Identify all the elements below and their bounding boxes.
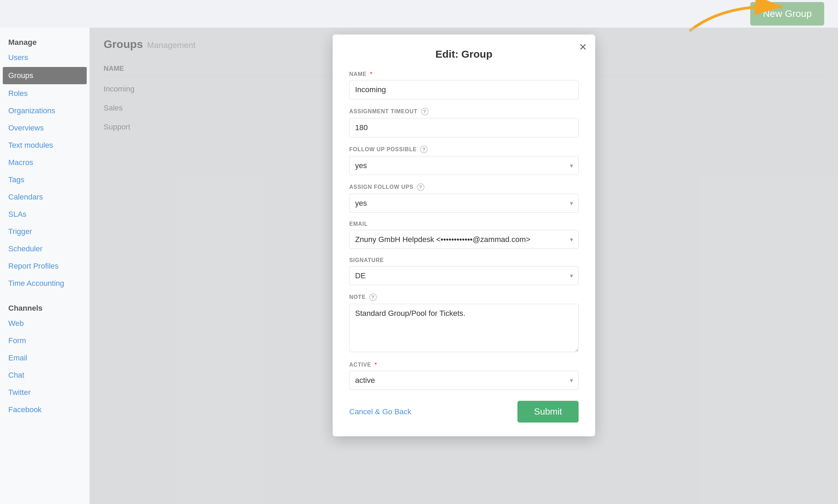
sidebar-item-macros[interactable]: Macros [0,154,89,171]
sidebar-item-time-accounting[interactable]: Time Accounting [0,275,89,292]
sidebar-item-organizations[interactable]: Organizations [0,102,89,119]
name-field-group: NAME * [349,71,579,99]
cancel-go-back-button[interactable]: Cancel & Go Back [349,407,411,416]
content-area: Groups Management NAME Incoming Sales Su… [90,28,838,504]
new-group-button[interactable]: New Group [750,2,824,26]
modal-title: Edit: Group [349,48,579,60]
follow-up-possible-select-wrapper: yes no ▾ [349,156,579,175]
sidebar-item-overviews[interactable]: Overviews [0,119,89,137]
active-select[interactable]: active inactive [349,371,579,390]
sidebar: Manage Users Groups Roles Organizations … [0,28,90,504]
sidebar-item-form[interactable]: Form [0,332,89,349]
email-label: EMAIL [349,221,579,227]
note-textarea[interactable]: Standard Group/Pool for Tickets. [349,304,579,352]
note-label: NOTE ? [349,293,579,301]
email-select-wrapper: Znuny GmbH Helpdesk <••••••••••••@zammad… [349,230,579,249]
follow-up-possible-help-icon[interactable]: ? [420,146,428,153]
modal-overlay: ✕ Edit: Group NAME * ASSIGNMENT TIMEOUT … [90,28,838,504]
sidebar-item-slas[interactable]: SLAs [0,206,89,223]
modal-close-button[interactable]: ✕ [579,41,587,53]
name-input[interactable] [349,80,579,99]
submit-button[interactable]: Submit [517,401,579,423]
email-field-group: EMAIL Znuny GmbH Helpdesk <••••••••••••@… [349,221,579,249]
follow-up-possible-select[interactable]: yes no [349,156,579,175]
main-layout: Manage Users Groups Roles Organizations … [0,28,838,504]
follow-up-possible-label: FOLLOW UP POSSIBLE ? [349,146,579,153]
assign-follow-ups-help-icon[interactable]: ? [417,183,425,191]
edit-group-modal: ✕ Edit: Group NAME * ASSIGNMENT TIMEOUT … [333,35,595,436]
sidebar-item-report-profiles[interactable]: Report Profiles [0,258,89,275]
top-bar: New Group [0,0,838,28]
sidebar-item-text-modules[interactable]: Text modules [0,137,89,154]
assign-follow-ups-field-group: ASSIGN FOLLOW UPS ? yes no ▾ [349,183,579,213]
note-help-icon[interactable]: ? [369,293,377,301]
sidebar-item-email[interactable]: Email [0,349,89,367]
sidebar-item-groups[interactable]: Groups [3,67,87,84]
sidebar-item-facebook[interactable]: Facebook [0,401,89,418]
active-label: ACTIVE * [349,362,579,368]
sidebar-item-users[interactable]: Users [0,49,89,66]
active-field-group: ACTIVE * active inactive ▾ [349,362,579,390]
assign-follow-ups-label: ASSIGN FOLLOW UPS ? [349,183,579,191]
sidebar-item-calendars[interactable]: Calendars [0,188,89,206]
assignment-timeout-label: ASSIGNMENT TIMEOUT ? [349,108,579,115]
assignment-timeout-input[interactable] [349,118,579,137]
assignment-timeout-field-group: ASSIGNMENT TIMEOUT ? [349,108,579,137]
follow-up-possible-field-group: FOLLOW UP POSSIBLE ? yes no ▾ [349,146,579,175]
channels-section-title: Channels [0,300,89,315]
signature-select[interactable]: DE EN [349,266,579,285]
sidebar-item-tags[interactable]: Tags [0,171,89,188]
sidebar-item-roles[interactable]: Roles [0,85,89,102]
sidebar-item-web[interactable]: Web [0,315,89,332]
signature-select-wrapper: DE EN ▾ [349,266,579,285]
signature-field-group: SIGNATURE DE EN ▾ [349,257,579,285]
signature-label: SIGNATURE [349,257,579,263]
assign-follow-ups-select[interactable]: yes no [349,194,579,213]
name-label: NAME * [349,71,579,77]
assign-follow-ups-select-wrapper: yes no ▾ [349,194,579,213]
modal-footer: Cancel & Go Back Submit [349,401,579,423]
sidebar-item-twitter[interactable]: Twitter [0,384,89,401]
sidebar-item-trigger[interactable]: Trigger [0,223,89,240]
sidebar-item-scheduler[interactable]: Scheduler [0,240,89,258]
manage-section-title: Manage [0,35,89,49]
sidebar-item-chat[interactable]: Chat [0,367,89,384]
note-field-group: NOTE ? Standard Group/Pool for Tickets. [349,293,579,353]
active-select-wrapper: active inactive ▾ [349,371,579,390]
email-select[interactable]: Znuny GmbH Helpdesk <••••••••••••@zammad… [349,230,579,249]
assignment-timeout-help-icon[interactable]: ? [421,108,429,115]
